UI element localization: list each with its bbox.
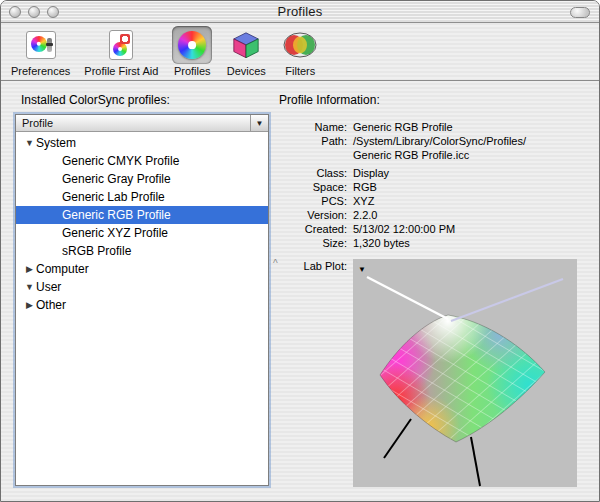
profile-first-aid-icon [109,30,133,60]
info-row-created: Created: 5/13/02 12:00:00 PM [279,222,589,236]
info-value: Generic RGB Profile [353,120,453,134]
info-value: 2.2.0 [353,208,377,222]
info-label: Path: [279,134,353,162]
tree-item-label: Generic RGB Profile [62,208,171,222]
pane-resize-caret[interactable]: ^ [273,258,278,269]
info-value: Display [353,166,389,180]
colorsync-window: Profiles Preferences [0,0,600,502]
lab-plot-graphic [353,259,577,487]
info-value: /System/Library/ColorSync/Profiles/ Gene… [353,134,526,162]
tree-item-computer[interactable]: ▶ Computer [16,260,268,278]
info-row-version: Version: 2.2.0 [279,208,589,222]
tree-item-generic-cmyk-profile[interactable]: Generic CMYK Profile [16,152,268,170]
disclosure-triangle-icon[interactable]: ▼ [23,282,36,292]
toolbar-item-filters[interactable]: Filters [276,26,324,77]
info-row-size: Size: 1,320 bytes [279,236,589,250]
window-title: Profiles [278,4,323,19]
info-row-space: Space: RGB [279,180,589,194]
info-value: 1,320 bytes [353,236,410,250]
info-row-lab-plot: Lab Plot: ▼ [279,259,589,487]
toolbar-item-profile-first-aid[interactable]: Profile First Aid [80,26,162,77]
tree-item-label: sRGB Profile [62,244,131,258]
profiles-list-header[interactable]: Profile ▼ [16,115,268,132]
toolbar: Preferences Profile First Aid [1,23,599,81]
info-label: Class: [279,166,353,180]
list-header-dropdown-button[interactable]: ▼ [250,115,268,131]
toolbar-label: Devices [227,65,266,77]
filters-icon [283,32,317,58]
profile-information-heading: Profile Information: [279,93,589,107]
tree-item-generic-lab-profile[interactable]: Generic Lab Profile [16,188,268,206]
lab-plot[interactable]: ▼ [353,259,577,487]
tree-item-label: Other [36,298,66,312]
info-label: Lab Plot: [279,259,353,487]
toolbar-item-preferences[interactable]: Preferences [7,26,74,77]
devices-icon [231,30,261,60]
toolbar-item-devices[interactable]: Devices [222,26,270,77]
disclosure-triangle-icon[interactable]: ▶ [23,300,36,310]
tree-item-label: Generic XYZ Profile [62,226,168,240]
info-label: Space: [279,180,353,194]
tree-item-label: Computer [36,262,89,276]
info-value: RGB [353,180,377,194]
toolbar-label: Profiles [174,65,211,77]
profiles-tree: ▼ System Generic CMYK Profile Generic Gr… [16,132,268,485]
info-value: 5/13/02 12:00:00 PM [353,222,455,236]
minimize-button[interactable] [28,6,40,18]
info-label: Size: [279,236,353,250]
toolbar-label: Filters [285,65,315,77]
info-row-class: Class: Display [279,166,589,180]
tree-item-system[interactable]: ▼ System [16,134,268,152]
plot-disclosure-triangle-icon[interactable]: ▼ [358,263,366,277]
tree-item-label: Generic CMYK Profile [62,154,179,168]
info-label: Created: [279,222,353,236]
tree-item-label: Generic Lab Profile [62,190,165,204]
info-label: PCS: [279,194,353,208]
tree-item-label: User [36,280,61,294]
tree-item-other[interactable]: ▶ Other [16,296,268,314]
tree-item-label: Generic Gray Profile [62,172,171,186]
tree-item-generic-xyz-profile[interactable]: Generic XYZ Profile [16,224,268,242]
info-label: Name: [279,120,353,134]
toolbar-label: Profile First Aid [84,65,158,77]
profiles-icon [178,31,206,59]
close-button[interactable] [9,6,21,18]
preferences-icon [26,31,56,59]
disclosure-triangle-icon[interactable]: ▶ [23,264,36,274]
toolbar-collapse-button[interactable] [570,7,590,18]
toolbar-item-profiles[interactable]: Profiles [168,26,216,77]
installed-profiles-pane: Installed ColorSync profiles: Profile ▼ … [15,93,271,502]
info-row-name: Name: Generic RGB Profile [279,120,589,134]
info-value: XYZ [353,194,374,208]
titlebar[interactable]: Profiles [1,1,599,23]
zoom-button[interactable] [47,6,59,18]
installed-profiles-heading: Installed ColorSync profiles: [21,93,271,107]
dropdown-arrow-icon: ▼ [256,119,264,128]
disclosure-triangle-icon[interactable]: ▼ [23,138,36,148]
toolbar-label: Preferences [11,65,70,77]
tree-item-srgb-profile[interactable]: sRGB Profile [16,242,268,260]
tree-item-user[interactable]: ▼ User [16,278,268,296]
tree-item-generic-gray-profile[interactable]: Generic Gray Profile [16,170,268,188]
tree-item-generic-rgb-profile[interactable]: Generic RGB Profile [16,206,268,224]
list-header-label: Profile [22,117,53,129]
profiles-list: Profile ▼ ▼ System Generic CMYK Profile … [15,114,269,486]
info-row-pcs: PCS: XYZ [279,194,589,208]
profile-information-pane: Profile Information: Name: Generic RGB P… [271,93,589,502]
info-label: Version: [279,208,353,222]
tree-item-label: System [36,136,76,150]
info-row-path: Path: /System/Library/ColorSync/Profiles… [279,134,589,162]
